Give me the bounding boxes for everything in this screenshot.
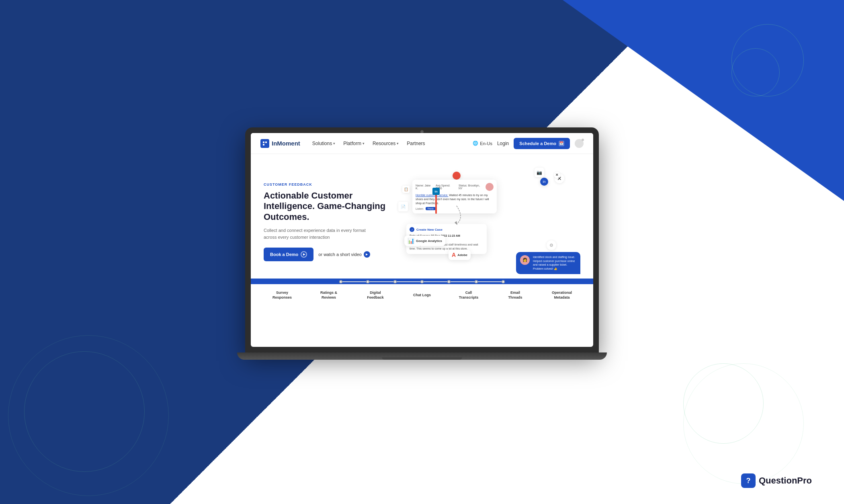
case-title: Create New Case bbox=[416, 228, 442, 232]
hero-tag: CUSTOMER FEEDBACK bbox=[264, 182, 392, 186]
chevron-down-icon: ▾ bbox=[397, 141, 399, 145]
hero-illustration: 📷 ✕ in Name: Jake K. Avg Spe bbox=[400, 166, 580, 278]
watch-video-link[interactable]: or watch a short video ▶ bbox=[318, 251, 370, 258]
card-name: Name: Jake K. bbox=[416, 184, 432, 190]
settings-icon: ⚙ bbox=[547, 240, 556, 250]
tab-chat-logs[interactable]: Chat Logs bbox=[399, 293, 445, 298]
user-avatar bbox=[575, 139, 584, 148]
nav-solutions[interactable]: Solutions ▾ bbox=[312, 141, 335, 146]
svg-rect-1 bbox=[265, 141, 267, 143]
questionpro-icon: ? bbox=[741, 473, 756, 488]
questionpro-name: QuestionPro bbox=[759, 475, 812, 486]
chat-avatar: 👩 bbox=[520, 255, 530, 265]
book-demo-button[interactable]: Book a Demo ▶ bbox=[264, 248, 313, 261]
float-dot-1: in bbox=[540, 178, 548, 186]
svg-marker-3 bbox=[455, 221, 457, 225]
svg-rect-2 bbox=[263, 144, 264, 145]
hero-section: CUSTOMER FEEDBACK Actionable Customer In… bbox=[251, 154, 593, 279]
card-status: Status: Brooklyn, NY bbox=[459, 184, 482, 190]
hero-title: Actionable Customer Intelligence. Game-C… bbox=[264, 191, 392, 222]
calendar-icon: 📅 bbox=[559, 141, 564, 146]
nav-platform[interactable]: Platform ▾ bbox=[343, 141, 365, 146]
deco-circle-4 bbox=[8, 335, 169, 496]
arrow-decoration bbox=[432, 202, 465, 226]
logo-icon bbox=[260, 139, 269, 148]
tab-survey-responses[interactable]: SurveyResponses bbox=[259, 291, 305, 300]
google-analytics-badge: 📊 Google Analytics bbox=[404, 236, 445, 246]
tabs-connector-row bbox=[339, 280, 505, 283]
nav-links: Solutions ▾ Platform ▾ Resources ▾ Partn… bbox=[312, 141, 473, 146]
laptop-container: InMoment Solutions ▾ Platform ▾ Resource… bbox=[245, 127, 599, 377]
hero-cta-group: Book a Demo ▶ or watch a short video ▶ bbox=[264, 248, 392, 261]
doc-icon: 📋 bbox=[402, 186, 410, 193]
deco-circle-6 bbox=[683, 363, 804, 484]
hero-content: CUSTOMER FEEDBACK Actionable Customer In… bbox=[264, 182, 392, 261]
camera-icon: 📷 bbox=[535, 168, 544, 177]
adobe-badge: A Adobe bbox=[449, 250, 471, 260]
login-link[interactable]: Login bbox=[497, 141, 509, 146]
close-small-icon: ✕ bbox=[554, 172, 560, 178]
nav-actions: 🌐 En-Us Login Schedule a Demo 📅 bbox=[473, 138, 584, 149]
nav-partners[interactable]: Partners bbox=[407, 141, 425, 146]
play-icon: ▶ bbox=[364, 251, 370, 258]
tab-operational-metadata[interactable]: OperationalMetadata bbox=[539, 291, 585, 300]
data-tabs: SurveyResponses Ratings &Reviews Digital… bbox=[251, 284, 593, 308]
card-avatar bbox=[486, 183, 494, 191]
site-logo[interactable]: InMoment bbox=[260, 139, 300, 148]
questionpro-branding: ? QuestionPro bbox=[741, 473, 812, 488]
tab-digital-feedback[interactable]: DigitalFeedback bbox=[352, 291, 399, 300]
navigation: InMoment Solutions ▾ Platform ▾ Resource… bbox=[251, 133, 593, 154]
deco-circle-2 bbox=[731, 48, 780, 96]
laptop-screen: InMoment Solutions ▾ Platform ▾ Resource… bbox=[251, 133, 593, 347]
tab-call-transcripts[interactable]: CallTranscripts bbox=[445, 291, 492, 300]
chat-bubble: 👩 Identified stock and staffing issue. H… bbox=[516, 252, 580, 274]
float-dot-2 bbox=[453, 172, 461, 180]
tab-ratings-reviews[interactable]: Ratings &Reviews bbox=[305, 291, 352, 300]
laptop-base bbox=[237, 352, 607, 360]
logo-text: InMoment bbox=[272, 140, 300, 147]
circle-icon: ▶ bbox=[301, 251, 307, 258]
nav-resources[interactable]: Resources ▾ bbox=[373, 141, 399, 146]
chevron-down-icon: ▾ bbox=[333, 141, 335, 145]
svg-rect-0 bbox=[263, 141, 264, 143]
tab-email-threads[interactable]: EmailThreads bbox=[492, 291, 539, 300]
laptop-body: InMoment Solutions ▾ Platform ▾ Resource… bbox=[245, 127, 599, 352]
document-icon: 📄 bbox=[398, 202, 408, 211]
schedule-demo-button[interactable]: Schedule a Demo 📅 bbox=[514, 138, 570, 149]
linkedin-icon: in bbox=[432, 188, 440, 195]
language-selector[interactable]: 🌐 En-Us bbox=[473, 141, 492, 146]
check-icon: ✓ bbox=[410, 227, 414, 232]
hero-subtitle: Collect and connect experience data in e… bbox=[264, 227, 368, 240]
chevron-down-icon: ▾ bbox=[363, 141, 365, 145]
